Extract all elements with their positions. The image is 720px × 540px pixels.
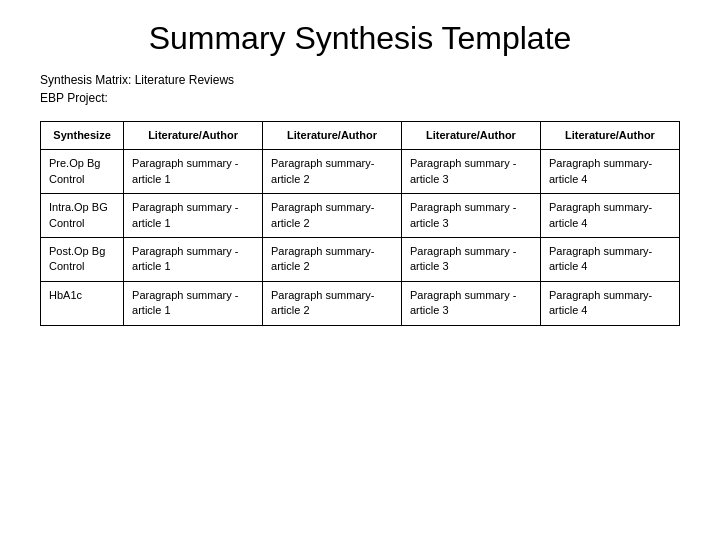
cell-row0-col1: Paragraph summary -article 1 — [124, 150, 263, 194]
table-row: Intra.Op BG ControlParagraph summary -ar… — [41, 194, 680, 238]
table-row: Pre.Op Bg ControlParagraph summary -arti… — [41, 150, 680, 194]
cell-row0-col4: Paragraph summary-article 4 — [540, 150, 679, 194]
cell-row1-col2: Paragraph summary-article 2 — [263, 194, 402, 238]
cell-row0-col3: Paragraph summary -article 3 — [402, 150, 541, 194]
cell-row3-col2: Paragraph summary-article 2 — [263, 281, 402, 325]
header-synthesize: Synthesize — [41, 122, 124, 150]
cell-row0-col0: Pre.Op Bg Control — [41, 150, 124, 194]
cell-row1-col4: Paragraph summary-article 4 — [540, 194, 679, 238]
cell-row2-col3: Paragraph summary -article 3 — [402, 237, 541, 281]
header-lit-2: Literature/Author — [263, 122, 402, 150]
subtitle-block: Synthesis Matrix: Literature Reviews EBP… — [40, 71, 680, 107]
cell-row3-col0: HbA1c — [41, 281, 124, 325]
subtitle-line-2: EBP Project: — [40, 89, 680, 107]
subtitle-line-1: Synthesis Matrix: Literature Reviews — [40, 71, 680, 89]
table-row: HbA1cParagraph summary -article 1Paragra… — [41, 281, 680, 325]
header-lit-4: Literature/Author — [540, 122, 679, 150]
cell-row3-col4: Paragraph summary-article 4 — [540, 281, 679, 325]
page-container: Summary Synthesis Template Synthesis Mat… — [0, 0, 720, 540]
cell-row0-col2: Paragraph summary-article 2 — [263, 150, 402, 194]
header-lit-1: Literature/Author — [124, 122, 263, 150]
cell-row2-col0: Post.Op Bg Control — [41, 237, 124, 281]
header-lit-3: Literature/Author — [402, 122, 541, 150]
cell-row2-col4: Paragraph summary-article 4 — [540, 237, 679, 281]
cell-row1-col1: Paragraph summary -article 1 — [124, 194, 263, 238]
cell-row3-col1: Paragraph summary -article 1 — [124, 281, 263, 325]
cell-row1-col0: Intra.Op BG Control — [41, 194, 124, 238]
page-title: Summary Synthesis Template — [40, 20, 680, 57]
cell-row3-col3: Paragraph summary -article 3 — [402, 281, 541, 325]
synthesis-table: Synthesize Literature/Author Literature/… — [40, 121, 680, 326]
cell-row2-col2: Paragraph summary-article 2 — [263, 237, 402, 281]
table-row: Post.Op Bg ControlParagraph summary -art… — [41, 237, 680, 281]
table-header-row: Synthesize Literature/Author Literature/… — [41, 122, 680, 150]
cell-row1-col3: Paragraph summary -article 3 — [402, 194, 541, 238]
cell-row2-col1: Paragraph summary -article 1 — [124, 237, 263, 281]
